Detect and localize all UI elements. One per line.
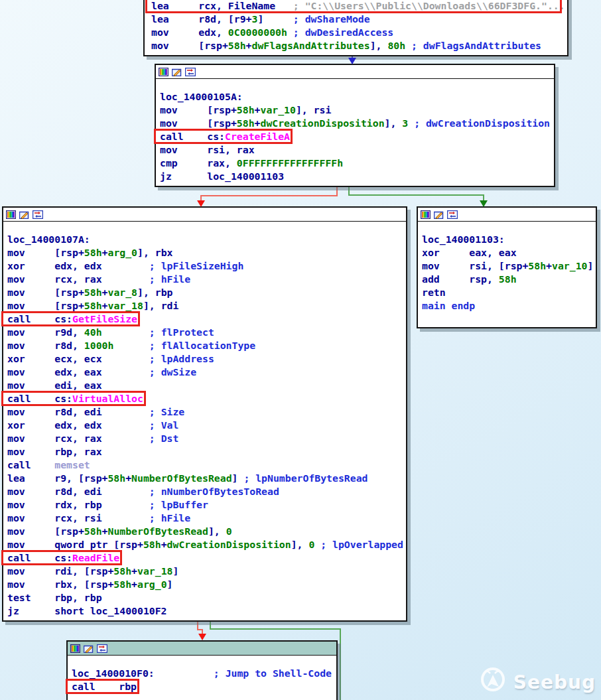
block-body: loc_14000105A:mov [rsp+58h+var_10], rsim… [156, 79, 554, 186]
asm-line[interactable]: mov rsi, rax [160, 143, 554, 157]
block-body: lea rcx, FileName ; "C:\\Users\\Public\\… [145, 0, 567, 55]
asm-line[interactable]: retn [422, 286, 596, 299]
asm-line[interactable]: lea r9, [rsp+58h+NumberOfBytesRead] ; lp… [7, 472, 406, 485]
asm-line[interactable]: mov [rsp+58h+dwCreationDisposition], 3 ;… [160, 117, 554, 130]
asm-line[interactable]: loc_14000107A: [7, 233, 406, 246]
asm-line[interactable]: cmp rax, 0FFFFFFFFFFFFFFFFh [160, 157, 554, 170]
asm-line[interactable]: xor eax, eax [422, 246, 596, 259]
asm-line[interactable]: main endp [422, 299, 596, 313]
asm-line[interactable]: xor edx, edx ; Val [7, 419, 406, 432]
asm-line[interactable]: mov edx, 0C0000000h ; dwDesiredAccess [151, 26, 567, 39]
highlight-box: call cs:VirtualAlloc [7, 392, 143, 405]
highlight-box: call cs:CreateFileA [160, 130, 290, 143]
edit-node-icon[interactable] [19, 210, 29, 219]
node-color-icon[interactable] [421, 210, 431, 219]
edit-node-icon[interactable] [434, 210, 444, 219]
asm-line[interactable]: jz loc_140001103 [160, 170, 554, 183]
block-body: loc_140001103:xor eax, eaxmov rsi, [rsp+… [418, 222, 596, 327]
asm-line[interactable]: call cs:GetFileSize [7, 313, 406, 326]
asm-line[interactable]: call cs:CreateFileA [160, 130, 554, 143]
asm-line[interactable]: xor ecx, ecx ; lpAddress [7, 352, 406, 366]
asm-line[interactable]: xor edx, edx ; lpFileSizeHigh [7, 259, 406, 273]
asm-line[interactable]: mov [rsp+58h+NumberOfBytesRead], 0 [7, 525, 406, 538]
asm-line[interactable]: mov r9d, 40h ; flProtect [7, 326, 406, 339]
basic-block-loc_14000105A[interactable]: loc_14000105A:mov [rsp+58h+var_10], rsim… [155, 64, 555, 187]
seebug-logo-icon [479, 665, 508, 699]
graph-layout-icon[interactable] [447, 210, 457, 219]
asm-line[interactable]: mov edx, eax ; dwSize [7, 366, 406, 379]
asm-line[interactable]: mov [rsp+58h+var_18], rdi [7, 299, 406, 313]
block-header [68, 642, 336, 656]
asm-line[interactable]: lea rcx, FileName ; "C:\\Users\\Public\\… [151, 0, 567, 13]
flow-arrow-false-105A [197, 200, 205, 207]
asm-line[interactable]: loc_14000105A: [160, 90, 554, 104]
asm-line[interactable]: mov rbp, rax [7, 445, 406, 458]
graph-layout-icon[interactable] [185, 68, 195, 76]
asm-line[interactable]: mov rdi, [rsp+58h+var_18] [7, 565, 406, 578]
block-body: loc_14000107A:mov [rsp+58h+arg_0], rbxxo… [3, 222, 406, 620]
ida-graph-view: lea rcx, FileName ; "C:\\Users\\Public\\… [0, 0, 601, 700]
asm-line[interactable]: loc_140001103: [422, 233, 596, 246]
asm-line[interactable]: test rbp, rbp [7, 591, 406, 604]
flow-arrow-entry [348, 58, 356, 64]
asm-line[interactable]: add rsp, 58h [422, 273, 596, 286]
highlight-box: call cs:ReadFile [7, 551, 119, 565]
asm-line[interactable]: call rbp [72, 680, 336, 693]
watermark-text: Seebug [513, 671, 596, 693]
basic-block-entry[interactable]: lea rcx, FileName ; "C:\\Users\\Public\\… [143, 0, 568, 56]
highlight-box: lea rcx, FileName ; "C:\\Users\\Public\\… [151, 0, 559, 13]
basic-block-loc_140001103[interactable]: loc_140001103:xor eax, eaxmov rsi, [rsp+… [417, 206, 597, 328]
graph-layout-icon[interactable] [97, 644, 107, 653]
basic-block-loc_1400010F0[interactable]: loc_1400010F0: ; Jump to Shell-Codecall … [66, 640, 338, 700]
flow-arrow-false-107A [198, 634, 206, 640]
block-header [418, 208, 596, 222]
asm-line[interactable]: loc_1400010F0: ; Jump to Shell-Code [72, 667, 336, 680]
block-header [156, 65, 554, 79]
highlight-box: call cs:GetFileSize [7, 313, 137, 326]
flow-edge-false-105A-h [200, 195, 338, 196]
asm-line[interactable]: mov qword ptr [rsp+58h+dwCreationDisposi… [7, 538, 406, 551]
asm-line[interactable]: mov [rsp+58h+var_8], rbp [7, 286, 406, 299]
asm-line[interactable]: mov rcx, rsi ; hFile [7, 512, 406, 525]
graph-layout-icon[interactable] [33, 210, 42, 219]
asm-line[interactable]: call memset [7, 458, 406, 472]
asm-line[interactable]: mov rdx, rbp ; lpBuffer [7, 498, 406, 512]
flow-edge-true-107A-h [210, 628, 341, 630]
highlight-box: call rbp [72, 680, 137, 693]
asm-line[interactable]: mov [rsp+58h+var_10], rsi [160, 104, 554, 117]
asm-line[interactable]: mov [rsp+58h+arg_0], rbx [7, 246, 406, 259]
asm-line[interactable]: lea r8d, [r9+3] ; dwShareMode [151, 13, 567, 26]
asm-line[interactable]: mov [rsp+58h+dwFlagsAndAttributes], 80h … [151, 39, 567, 52]
node-color-icon[interactable] [6, 210, 16, 219]
asm-line[interactable]: mov r8d, edi ; Size [7, 405, 406, 419]
asm-line[interactable]: jz short loc_1400010F2 [7, 604, 406, 618]
asm-line[interactable]: mov rbx, [rsp+58h+arg_0] [7, 578, 406, 591]
asm-line[interactable]: mov rcx, rax ; hFile [7, 273, 406, 286]
basic-block-loc_14000107A[interactable]: loc_14000107A:mov [rsp+58h+arg_0], rbxxo… [2, 206, 407, 622]
asm-line[interactable]: mov edi, eax [7, 379, 406, 392]
flow-arrow-true-105A [480, 200, 488, 207]
asm-line[interactable]: mov rsi, [rsp+58h+var_10] [422, 259, 596, 273]
block-body: loc_1400010F0: ; Jump to Shell-Codecall … [68, 656, 336, 696]
node-color-icon[interactable] [159, 68, 168, 76]
seebug-watermark: Seebug [479, 665, 596, 699]
asm-line[interactable]: mov rcx, rax ; Dst [7, 432, 406, 445]
flow-edge-true-107A-v2 [340, 628, 341, 700]
asm-line[interactable]: call cs:ReadFile [7, 551, 406, 565]
asm-line[interactable]: call cs:VirtualAlloc [7, 392, 406, 405]
flow-edge-true-105A-h [348, 194, 484, 196]
asm-line[interactable]: mov r8d, 1000h ; flAllocationType [7, 339, 406, 352]
edit-node-icon[interactable] [84, 644, 94, 653]
block-header [3, 208, 406, 222]
edit-node-icon[interactable] [172, 68, 182, 76]
node-color-icon[interactable] [70, 644, 80, 653]
asm-line[interactable]: mov r8d, edi ; nNumberOfBytesToRead [7, 485, 406, 498]
